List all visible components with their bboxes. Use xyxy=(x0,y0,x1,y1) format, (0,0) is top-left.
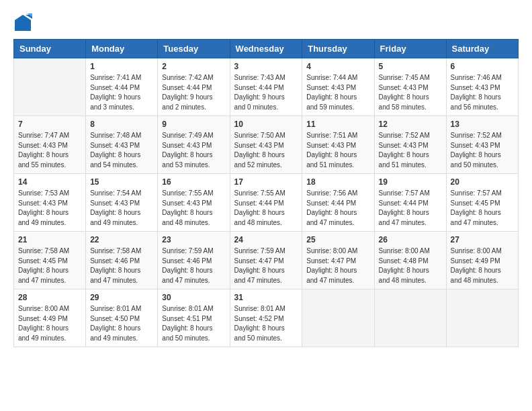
day-number: 7 xyxy=(18,120,81,129)
calendar-cell: 4Sunrise: 7:44 AM Sunset: 4:43 PM Daylig… xyxy=(302,58,374,116)
calendar-cell: 17Sunrise: 7:55 AM Sunset: 4:44 PM Dayli… xyxy=(230,174,302,232)
calendar-body: 1Sunrise: 7:41 AM Sunset: 4:44 PM Daylig… xyxy=(14,58,519,347)
calendar-cell xyxy=(14,58,86,116)
calendar-table: SundayMondayTuesdayWednesdayThursdayFrid… xyxy=(13,39,519,347)
day-info: Sunrise: 7:58 AM Sunset: 4:46 PM Dayligh… xyxy=(90,246,153,285)
day-number: 31 xyxy=(234,293,298,302)
day-info: Sunrise: 7:47 AM Sunset: 4:43 PM Dayligh… xyxy=(18,131,81,170)
day-info: Sunrise: 7:56 AM Sunset: 4:44 PM Dayligh… xyxy=(306,189,369,228)
calendar-cell: 14Sunrise: 7:53 AM Sunset: 4:43 PM Dayli… xyxy=(14,174,86,232)
calendar-cell: 25Sunrise: 8:00 AM Sunset: 4:47 PM Dayli… xyxy=(302,232,374,289)
day-info: Sunrise: 8:01 AM Sunset: 4:50 PM Dayligh… xyxy=(90,304,153,343)
day-info: Sunrise: 7:55 AM Sunset: 4:44 PM Dayligh… xyxy=(234,189,298,228)
day-number: 23 xyxy=(162,235,225,244)
calendar-cell: 18Sunrise: 7:56 AM Sunset: 4:44 PM Dayli… xyxy=(302,174,374,232)
calendar-cell: 30Sunrise: 8:01 AM Sunset: 4:51 PM Dayli… xyxy=(158,289,230,347)
day-info: Sunrise: 7:50 AM Sunset: 4:43 PM Dayligh… xyxy=(234,131,298,170)
calendar-cell: 31Sunrise: 8:01 AM Sunset: 4:52 PM Dayli… xyxy=(230,289,302,347)
day-info: Sunrise: 7:51 AM Sunset: 4:43 PM Dayligh… xyxy=(306,131,369,170)
calendar-cell: 26Sunrise: 8:00 AM Sunset: 4:48 PM Dayli… xyxy=(374,232,446,289)
day-of-week-header: Sunday xyxy=(14,40,86,58)
day-info: Sunrise: 7:45 AM Sunset: 4:43 PM Dayligh… xyxy=(379,73,442,112)
calendar-cell: 22Sunrise: 7:58 AM Sunset: 4:46 PM Dayli… xyxy=(86,232,158,289)
day-info: Sunrise: 7:42 AM Sunset: 4:44 PM Dayligh… xyxy=(162,73,225,112)
calendar-cell: 13Sunrise: 7:52 AM Sunset: 4:43 PM Dayli… xyxy=(446,116,518,174)
day-number: 6 xyxy=(451,62,514,71)
calendar-cell xyxy=(302,289,374,347)
day-info: Sunrise: 7:55 AM Sunset: 4:43 PM Dayligh… xyxy=(162,189,225,228)
day-info: Sunrise: 7:54 AM Sunset: 4:43 PM Dayligh… xyxy=(90,189,153,228)
day-number: 3 xyxy=(234,62,298,71)
day-number: 16 xyxy=(162,177,225,187)
day-number: 13 xyxy=(451,120,514,129)
calendar-week-row: 1Sunrise: 7:41 AM Sunset: 4:44 PM Daylig… xyxy=(14,58,519,116)
day-info: Sunrise: 7:46 AM Sunset: 4:43 PM Dayligh… xyxy=(451,73,514,112)
day-info: Sunrise: 8:00 AM Sunset: 4:48 PM Dayligh… xyxy=(379,246,442,285)
day-number: 19 xyxy=(379,177,442,187)
calendar-cell: 9Sunrise: 7:49 AM Sunset: 4:43 PM Daylig… xyxy=(158,116,230,174)
calendar-cell: 29Sunrise: 8:01 AM Sunset: 4:50 PM Dayli… xyxy=(86,289,158,347)
day-number: 28 xyxy=(18,293,81,302)
day-number: 4 xyxy=(306,62,369,71)
day-number: 27 xyxy=(451,235,514,244)
day-of-week-header: Wednesday xyxy=(230,40,302,58)
day-info: Sunrise: 8:01 AM Sunset: 4:52 PM Dayligh… xyxy=(234,304,298,343)
day-of-week-header: Monday xyxy=(86,40,158,58)
calendar-cell: 8Sunrise: 7:48 AM Sunset: 4:43 PM Daylig… xyxy=(86,116,158,174)
calendar-cell: 20Sunrise: 7:57 AM Sunset: 4:45 PM Dayli… xyxy=(446,174,518,232)
calendar-cell: 19Sunrise: 7:57 AM Sunset: 4:44 PM Dayli… xyxy=(374,174,446,232)
calendar-cell: 2Sunrise: 7:42 AM Sunset: 4:44 PM Daylig… xyxy=(158,58,230,116)
day-info: Sunrise: 7:48 AM Sunset: 4:43 PM Dayligh… xyxy=(90,131,153,170)
day-number: 18 xyxy=(306,177,369,187)
calendar-cell: 5Sunrise: 7:45 AM Sunset: 4:43 PM Daylig… xyxy=(374,58,446,116)
day-number: 26 xyxy=(379,235,442,244)
day-number: 9 xyxy=(162,120,225,129)
calendar-cell: 1Sunrise: 7:41 AM Sunset: 4:44 PM Daylig… xyxy=(86,58,158,116)
day-info: Sunrise: 7:41 AM Sunset: 4:44 PM Dayligh… xyxy=(90,73,153,112)
day-number: 29 xyxy=(90,293,153,302)
day-info: Sunrise: 7:53 AM Sunset: 4:43 PM Dayligh… xyxy=(18,189,81,228)
day-of-week-header: Thursday xyxy=(302,40,374,58)
day-number: 12 xyxy=(379,120,442,129)
calendar-week-row: 14Sunrise: 7:53 AM Sunset: 4:43 PM Dayli… xyxy=(14,174,519,232)
calendar-cell: 7Sunrise: 7:47 AM Sunset: 4:43 PM Daylig… xyxy=(14,116,86,174)
day-info: Sunrise: 7:57 AM Sunset: 4:45 PM Dayligh… xyxy=(451,189,514,228)
days-of-week-row: SundayMondayTuesdayWednesdayThursdayFrid… xyxy=(14,40,519,58)
day-info: Sunrise: 7:44 AM Sunset: 4:43 PM Dayligh… xyxy=(306,73,369,112)
day-number: 1 xyxy=(90,62,153,71)
calendar-cell xyxy=(446,289,518,347)
calendar-cell: 12Sunrise: 7:52 AM Sunset: 4:43 PM Dayli… xyxy=(374,116,446,174)
calendar-week-row: 28Sunrise: 8:00 AM Sunset: 4:49 PM Dayli… xyxy=(14,289,519,347)
calendar-cell: 23Sunrise: 7:59 AM Sunset: 4:46 PM Dayli… xyxy=(158,232,230,289)
day-number: 14 xyxy=(18,177,81,187)
day-info: Sunrise: 7:52 AM Sunset: 4:43 PM Dayligh… xyxy=(451,131,514,170)
calendar-header: SundayMondayTuesdayWednesdayThursdayFrid… xyxy=(14,40,519,58)
day-number: 24 xyxy=(234,235,298,244)
day-number: 11 xyxy=(306,120,369,129)
calendar-cell: 27Sunrise: 8:00 AM Sunset: 4:49 PM Dayli… xyxy=(446,232,518,289)
page-header xyxy=(13,13,519,32)
day-number: 30 xyxy=(162,293,225,302)
calendar-cell: 11Sunrise: 7:51 AM Sunset: 4:43 PM Dayli… xyxy=(302,116,374,174)
day-number: 8 xyxy=(90,120,153,129)
calendar-cell: 28Sunrise: 8:00 AM Sunset: 4:49 PM Dayli… xyxy=(14,289,86,347)
day-of-week-header: Saturday xyxy=(446,40,518,58)
day-info: Sunrise: 7:58 AM Sunset: 4:45 PM Dayligh… xyxy=(18,246,81,285)
calendar-week-row: 21Sunrise: 7:58 AM Sunset: 4:45 PM Dayli… xyxy=(14,232,519,289)
calendar-cell: 24Sunrise: 7:59 AM Sunset: 4:47 PM Dayli… xyxy=(230,232,302,289)
day-number: 2 xyxy=(162,62,225,71)
calendar-cell: 16Sunrise: 7:55 AM Sunset: 4:43 PM Dayli… xyxy=(158,174,230,232)
day-info: Sunrise: 8:00 AM Sunset: 4:47 PM Dayligh… xyxy=(306,246,369,285)
day-of-week-header: Friday xyxy=(374,40,446,58)
calendar-cell: 15Sunrise: 7:54 AM Sunset: 4:43 PM Dayli… xyxy=(86,174,158,232)
calendar-cell xyxy=(374,289,446,347)
day-info: Sunrise: 7:52 AM Sunset: 4:43 PM Dayligh… xyxy=(379,131,442,170)
day-info: Sunrise: 7:43 AM Sunset: 4:44 PM Dayligh… xyxy=(234,73,298,112)
day-info: Sunrise: 7:49 AM Sunset: 4:43 PM Dayligh… xyxy=(162,131,225,170)
day-number: 17 xyxy=(234,177,298,187)
day-info: Sunrise: 8:00 AM Sunset: 4:49 PM Dayligh… xyxy=(18,304,81,343)
day-info: Sunrise: 7:59 AM Sunset: 4:47 PM Dayligh… xyxy=(234,246,298,285)
day-info: Sunrise: 8:01 AM Sunset: 4:51 PM Dayligh… xyxy=(162,304,225,343)
day-number: 21 xyxy=(18,235,81,244)
day-info: Sunrise: 8:00 AM Sunset: 4:49 PM Dayligh… xyxy=(451,246,514,285)
